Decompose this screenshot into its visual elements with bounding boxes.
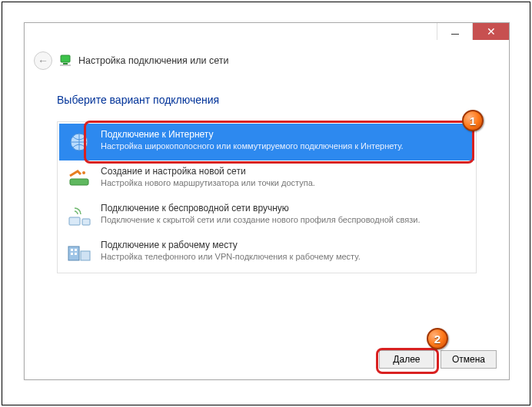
svg-rect-6 (69, 217, 80, 225)
wizard-header: ← Настройка подключения или сети (25, 45, 509, 77)
option-workplace[interactable]: Подключение к рабочему месту Настройка т… (59, 234, 474, 271)
option-wireless-manual[interactable]: Подключение к беспроводной сети вручную … (59, 197, 474, 234)
wireless-icon (65, 202, 93, 230)
next-button[interactable]: Далее (379, 350, 434, 369)
svg-point-5 (82, 171, 85, 174)
title-bar (25, 23, 509, 45)
back-button[interactable]: ← (34, 51, 52, 70)
option-desc: Настройка широкополосного или коммутируе… (101, 141, 404, 152)
network-wizard-icon (58, 54, 72, 68)
svg-rect-10 (71, 249, 73, 251)
marker-1: 1 (462, 110, 484, 131)
svg-rect-7 (82, 219, 90, 225)
wizard-window: ← Настройка подключения или сети Выберит… (24, 22, 510, 380)
svg-rect-11 (75, 249, 77, 251)
screenshot-frame: ← Настройка подключения или сети Выберит… (2, 2, 530, 405)
option-title: Подключение к Интернету (101, 128, 404, 141)
workplace-icon (65, 239, 93, 266)
option-desc: Настройка телефонного или VPN-подключени… (101, 251, 361, 263)
svg-rect-0 (61, 55, 70, 62)
option-desc: Настройка нового маршрутизатора или точк… (101, 177, 315, 189)
router-setup-icon (65, 165, 93, 193)
option-title: Создание и настройка новой сети (101, 165, 315, 177)
window-title: Настройка подключения или сети (78, 55, 229, 66)
svg-rect-8 (68, 247, 79, 260)
wizard-content: Выберите вариант подключения Подключение… (25, 77, 509, 281)
option-title: Подключение к беспроводной сети вручную (101, 202, 420, 214)
svg-rect-9 (81, 251, 90, 260)
minimize-button[interactable] (437, 23, 472, 40)
cancel-button[interactable]: Отмена (441, 350, 497, 369)
option-internet-connection[interactable]: Подключение к Интернету Настройка широко… (59, 124, 474, 160)
svg-rect-1 (63, 63, 68, 65)
globe-icon (65, 128, 93, 156)
close-button[interactable] (472, 23, 509, 40)
option-desc: Подключение к скрытой сети или создание … (101, 214, 420, 226)
page-heading: Выберите вариант подключения (57, 94, 477, 106)
marker-2: 2 (427, 328, 448, 349)
svg-rect-2 (60, 65, 71, 66)
svg-rect-4 (70, 179, 88, 185)
svg-rect-13 (75, 253, 77, 255)
option-title: Подключение к рабочему месту (101, 239, 361, 251)
svg-rect-12 (71, 253, 73, 255)
option-new-network[interactable]: Создание и настройка новой сети Настройк… (59, 160, 474, 197)
wizard-footer: Далее Отмена (379, 350, 497, 369)
options-list: Подключение к Интернету Настройка широко… (57, 121, 477, 273)
